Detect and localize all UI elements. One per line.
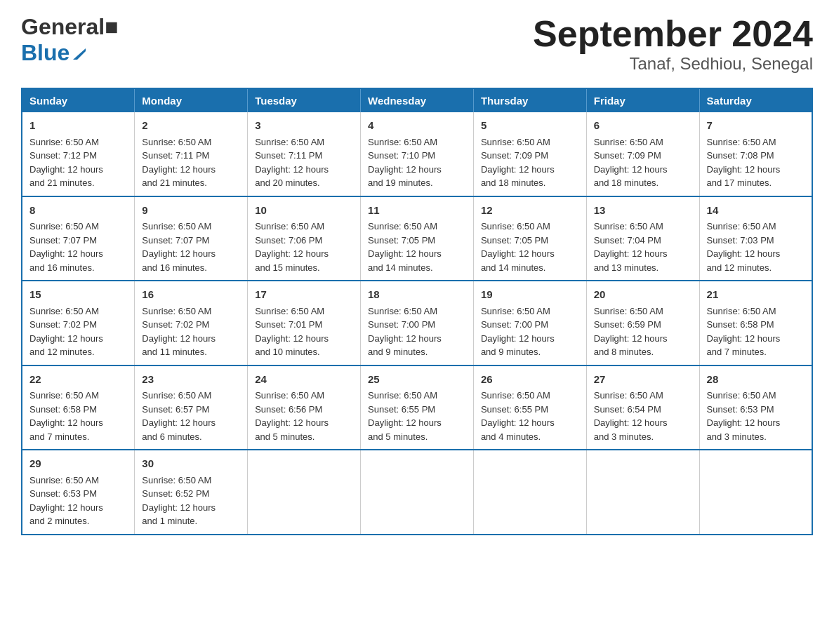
- daylight-label: Daylight: 12 hoursand 8 minutes.: [594, 333, 668, 358]
- sunrise-label: Sunrise: 6:50 AM: [481, 221, 550, 232]
- sunset-label: Sunset: 7:06 PM: [255, 235, 322, 246]
- calendar-cell: 13Sunrise: 6:50 AMSunset: 7:04 PMDayligh…: [586, 196, 699, 281]
- sunrise-label: Sunrise: 6:50 AM: [29, 390, 99, 401]
- title-section: September 2024 Tanaf, Sedhiou, Senegal: [533, 14, 813, 74]
- day-number: 7: [707, 118, 805, 134]
- sunrise-label: Sunrise: 6:50 AM: [707, 390, 776, 401]
- calendar-cell: 3Sunrise: 6:50 AMSunset: 7:11 PMDaylight…: [248, 112, 361, 196]
- day-number: 1: [29, 118, 127, 134]
- col-header-wednesday: Wednesday: [361, 88, 474, 112]
- sunset-label: Sunset: 7:07 PM: [29, 235, 97, 246]
- sunset-label: Sunset: 6:55 PM: [481, 404, 548, 415]
- day-number: 26: [481, 372, 579, 388]
- sunrise-label: Sunrise: 6:50 AM: [142, 137, 211, 147]
- daylight-label: Daylight: 12 hoursand 17 minutes.: [707, 164, 781, 189]
- sunrise-label: Sunrise: 6:50 AM: [29, 306, 99, 316]
- day-number: 6: [594, 118, 692, 134]
- daylight-label: Daylight: 12 hoursand 2 minutes.: [29, 502, 103, 527]
- calendar-cell: [248, 450, 361, 535]
- calendar-cell: 12Sunrise: 6:50 AMSunset: 7:05 PMDayligh…: [473, 196, 586, 281]
- sunrise-label: Sunrise: 6:50 AM: [29, 221, 99, 232]
- sunset-label: Sunset: 6:54 PM: [594, 404, 661, 415]
- sunset-label: Sunset: 6:58 PM: [29, 404, 97, 415]
- day-number: 5: [481, 118, 579, 134]
- sunset-label: Sunset: 6:52 PM: [142, 488, 209, 499]
- daylight-label: Daylight: 12 hoursand 13 minutes.: [594, 248, 668, 273]
- location-title: Tanaf, Sedhiou, Senegal: [533, 54, 813, 74]
- sunrise-label: Sunrise: 6:50 AM: [142, 221, 211, 232]
- sunrise-label: Sunrise: 6:50 AM: [594, 221, 663, 232]
- daylight-label: Daylight: 12 hoursand 7 minutes.: [29, 417, 103, 442]
- calendar-cell: 7Sunrise: 6:50 AMSunset: 7:08 PMDaylight…: [699, 112, 812, 196]
- sunset-label: Sunset: 6:59 PM: [594, 319, 661, 330]
- col-header-thursday: Thursday: [473, 88, 586, 112]
- sunset-label: Sunset: 6:58 PM: [707, 319, 774, 330]
- daylight-label: Daylight: 12 hoursand 9 minutes.: [481, 333, 555, 358]
- daylight-label: Daylight: 12 hoursand 12 minutes.: [707, 248, 781, 273]
- col-header-friday: Friday: [586, 88, 699, 112]
- daylight-label: Daylight: 12 hoursand 18 minutes.: [481, 164, 555, 189]
- day-number: 27: [594, 372, 692, 388]
- sunset-label: Sunset: 6:53 PM: [707, 404, 774, 415]
- calendar-cell: 19Sunrise: 6:50 AMSunset: 7:00 PMDayligh…: [473, 281, 586, 365]
- daylight-label: Daylight: 12 hoursand 3 minutes.: [594, 417, 668, 442]
- col-header-tuesday: Tuesday: [248, 88, 361, 112]
- day-number: 8: [29, 203, 127, 219]
- calendar-cell: 1Sunrise: 6:50 AMSunset: 7:12 PMDaylight…: [22, 112, 135, 196]
- calendar-cell: 23Sunrise: 6:50 AMSunset: 6:57 PMDayligh…: [135, 365, 248, 450]
- calendar-cell: 25Sunrise: 6:50 AMSunset: 6:55 PMDayligh…: [361, 365, 474, 450]
- daylight-label: Daylight: 12 hoursand 16 minutes.: [29, 248, 103, 273]
- calendar-header-row: SundayMondayTuesdayWednesdayThursdayFrid…: [22, 88, 812, 112]
- calendar-cell: [473, 450, 586, 535]
- calendar-cell: 21Sunrise: 6:50 AMSunset: 6:58 PMDayligh…: [699, 281, 812, 365]
- daylight-label: Daylight: 12 hoursand 9 minutes.: [368, 333, 442, 358]
- calendar-week-row: 1Sunrise: 6:50 AMSunset: 7:12 PMDaylight…: [22, 112, 812, 196]
- day-number: 9: [142, 203, 240, 219]
- calendar-cell: 24Sunrise: 6:50 AMSunset: 6:56 PMDayligh…: [248, 365, 361, 450]
- daylight-label: Daylight: 12 hoursand 15 minutes.: [255, 248, 329, 273]
- sunrise-label: Sunrise: 6:50 AM: [368, 137, 437, 147]
- sunset-label: Sunset: 7:02 PM: [29, 319, 97, 330]
- sunrise-label: Sunrise: 6:50 AM: [368, 221, 437, 232]
- calendar-cell: 9Sunrise: 6:50 AMSunset: 7:07 PMDaylight…: [135, 196, 248, 281]
- sunrise-label: Sunrise: 6:50 AM: [707, 137, 776, 147]
- daylight-label: Daylight: 12 hoursand 21 minutes.: [142, 164, 216, 189]
- daylight-label: Daylight: 12 hoursand 16 minutes.: [142, 248, 216, 273]
- sunset-label: Sunset: 7:07 PM: [142, 235, 209, 246]
- sunrise-label: Sunrise: 6:50 AM: [255, 390, 324, 401]
- daylight-label: Daylight: 12 hoursand 5 minutes.: [255, 417, 329, 442]
- day-number: 15: [29, 287, 127, 303]
- sunrise-label: Sunrise: 6:50 AM: [481, 137, 550, 147]
- sunset-label: Sunset: 7:03 PM: [707, 235, 774, 246]
- day-number: 18: [368, 287, 466, 303]
- calendar-cell: 18Sunrise: 6:50 AMSunset: 7:00 PMDayligh…: [361, 281, 474, 365]
- calendar-cell: 5Sunrise: 6:50 AMSunset: 7:09 PMDaylight…: [473, 112, 586, 196]
- day-number: 12: [481, 203, 579, 219]
- sunrise-label: Sunrise: 6:50 AM: [29, 475, 99, 485]
- sunrise-label: Sunrise: 6:50 AM: [481, 306, 550, 316]
- day-number: 10: [255, 203, 353, 219]
- day-number: 2: [142, 118, 240, 134]
- sunset-label: Sunset: 7:05 PM: [368, 235, 435, 246]
- sunrise-label: Sunrise: 6:50 AM: [142, 306, 211, 316]
- calendar-cell: 11Sunrise: 6:50 AMSunset: 7:05 PMDayligh…: [361, 196, 474, 281]
- daylight-label: Daylight: 12 hoursand 14 minutes.: [368, 248, 442, 273]
- calendar-cell: 30Sunrise: 6:50 AMSunset: 6:52 PMDayligh…: [135, 450, 248, 535]
- calendar-cell: 26Sunrise: 6:50 AMSunset: 6:55 PMDayligh…: [473, 365, 586, 450]
- calendar-cell: [361, 450, 474, 535]
- daylight-label: Daylight: 12 hoursand 6 minutes.: [142, 417, 216, 442]
- day-number: 29: [29, 456, 127, 472]
- day-number: 21: [707, 287, 805, 303]
- page-header: General■ Blue September 2024 Tanaf, Sedh…: [21, 14, 813, 74]
- day-number: 19: [481, 287, 579, 303]
- calendar-cell: [586, 450, 699, 535]
- calendar-week-row: 15Sunrise: 6:50 AMSunset: 7:02 PMDayligh…: [22, 281, 812, 365]
- day-number: 20: [594, 287, 692, 303]
- calendar-cell: [699, 450, 812, 535]
- sunset-label: Sunset: 6:55 PM: [368, 404, 435, 415]
- calendar-week-row: 8Sunrise: 6:50 AMSunset: 7:07 PMDaylight…: [22, 196, 812, 281]
- logo-triangle-icon: [72, 46, 87, 61]
- sunset-label: Sunset: 6:56 PM: [255, 404, 322, 415]
- sunrise-label: Sunrise: 6:50 AM: [255, 221, 324, 232]
- sunrise-label: Sunrise: 6:50 AM: [255, 137, 324, 147]
